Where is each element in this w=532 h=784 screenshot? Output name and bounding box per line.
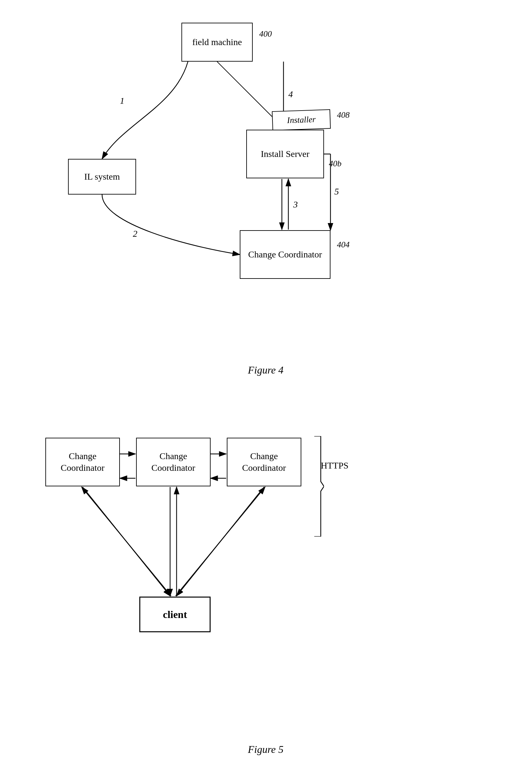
ref-404: 404: [337, 240, 350, 250]
ref-400: 400: [259, 29, 272, 39]
svg-line-22: [177, 487, 264, 596]
cc1-label: Change Coordinator: [46, 450, 119, 474]
svg-line-23: [82, 487, 171, 596]
svg-line-24: [176, 487, 265, 596]
change-coordinator-label: Change Coordinator: [248, 249, 322, 260]
field-machine-label: field machine: [192, 36, 242, 48]
install-server-label: Install Server: [261, 148, 309, 160]
installer-text: Installer: [287, 114, 316, 125]
https-label: HTTPS: [321, 460, 349, 471]
il-system-box: IL system: [68, 159, 136, 195]
client-box: client: [139, 596, 211, 632]
https-brace-svg: [311, 436, 324, 537]
figure5-container: Change Coordinator Change Coordinator Ch…: [26, 412, 505, 762]
ref-408: 408: [337, 110, 350, 120]
change-coordinator-box: Change Coordinator: [240, 230, 330, 279]
page: 4 1 2 3 5 field machine: [0, 0, 532, 784]
svg-text:2: 2: [133, 229, 137, 239]
svg-line-21: [83, 487, 170, 596]
install-server-box: Install Server: [246, 130, 324, 178]
svg-text:1: 1: [120, 96, 124, 106]
change-coordinator-2-box: Change Coordinator: [136, 438, 211, 486]
cc3-label: Change Coordinator: [228, 450, 301, 474]
figure5-title: Figure 5: [248, 744, 284, 755]
figure4-container: 4 1 2 3 5 field machine: [26, 10, 505, 383]
svg-text:5: 5: [334, 187, 339, 196]
change-coordinator-1-box: Change Coordinator: [46, 438, 120, 486]
svg-text:4: 4: [288, 89, 293, 99]
change-coordinator-3-box: Change Coordinator: [227, 438, 301, 486]
figure4-title: Figure 4: [248, 364, 284, 376]
installer-label-box: Installer: [272, 109, 331, 131]
client-label: client: [163, 609, 187, 621]
cc2-label: Change Coordinator: [137, 450, 210, 474]
svg-text:3: 3: [293, 199, 298, 209]
il-system-label: IL system: [84, 171, 120, 183]
figure4-arrows: 4 1 2 3 5: [26, 10, 505, 383]
ref-40b: 40b: [329, 159, 342, 169]
field-machine-box: field machine: [181, 23, 253, 62]
